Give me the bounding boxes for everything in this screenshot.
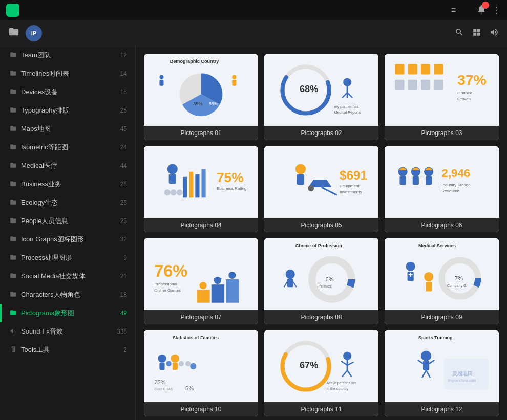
sidebar-item-isometric[interactable]: Isometric等距图 24	[0, 138, 135, 157]
sidebar-item-icongraphs[interactable]: Icon Graphs图标图形 32	[0, 230, 135, 249]
hamburger-icon[interactable]: ≡	[451, 6, 456, 15]
sidebar-item-label: Sound Fx音效	[21, 327, 111, 336]
card-preview-11: 67% Active persons are in the country	[264, 330, 378, 402]
svg-text:75%: 75%	[217, 170, 244, 185]
card-preview-6: 2,946 Industry Station Resource	[385, 146, 499, 218]
svg-point-39	[171, 189, 177, 195]
svg-point-93	[424, 272, 433, 281]
sidebar-item-label: Ecology生态	[21, 198, 111, 207]
folder-icon	[10, 162, 17, 170]
card-label-11: Pictographs 11	[264, 402, 378, 416]
sidebar-item-soundfx[interactable]: Sound Fx音效 338	[0, 322, 135, 341]
svg-text:Investments: Investments	[340, 190, 362, 194]
sidebar-item-maps[interactable]: Maps地图 45	[0, 120, 135, 138]
card-11[interactable]: 67% Active persons are in the country Pi…	[264, 330, 378, 416]
card-10[interactable]: Statistics of Families 25% Over CHAs 5% …	[144, 330, 258, 416]
svg-text:25%: 25%	[154, 379, 165, 385]
svg-rect-66	[226, 279, 239, 303]
card-preview-1: Demographic Country 35% 65%	[144, 54, 258, 126]
card-preview-10: Statistics of Families 25% Over CHAs 5%	[144, 330, 258, 402]
sidebar-item-count: 338	[115, 328, 127, 335]
svg-point-46	[308, 185, 314, 191]
card-label-7: Pictographs 07	[144, 310, 258, 324]
folder-icon	[10, 309, 17, 318]
folder-icon	[10, 70, 17, 78]
card-3[interactable]: 37% Finance Growth Pictographs 03	[385, 54, 499, 140]
card-preview-12: Sports Training 灵感电田 lingcanchina.com	[385, 330, 499, 402]
svg-rect-37	[202, 169, 206, 198]
app-logo	[6, 4, 19, 17]
svg-rect-25	[408, 80, 417, 90]
sidebar-item-count: 45	[115, 125, 127, 132]
card-9[interactable]: Medical Services 7% Company Gr Pictograp…	[385, 238, 499, 324]
sidebar-item-medical[interactable]: Medical医疗 44	[0, 157, 135, 175]
svg-point-13	[343, 78, 351, 86]
sidebar-item-label: Medical医疗	[21, 161, 111, 170]
card-5[interactable]: $691 Equipment Investments Pictographs 0…	[264, 146, 378, 232]
card-4[interactable]: 75% Business Rating Pictographs 04	[144, 146, 258, 232]
sidebar-item-tools[interactable]: Tools工具 2	[0, 341, 135, 359]
sound-button[interactable]	[490, 28, 499, 39]
card-2[interactable]: 68% my partner has Medical Reports Picto…	[264, 54, 378, 140]
svg-text:Active persons are: Active persons are	[327, 381, 357, 385]
folder-icon	[10, 143, 17, 152]
card-preview-3: 37% Finance Growth	[385, 54, 499, 126]
card-8[interactable]: Choice of Profession 6% Politics Pictogr…	[264, 238, 378, 324]
svg-point-72	[199, 282, 206, 289]
svg-rect-67	[197, 290, 209, 302]
card-6[interactable]: 2,946 Industry Station Resource Pictogra…	[385, 146, 499, 232]
svg-text:Sports Training: Sports Training	[418, 335, 453, 340]
sidebar-item-count: 32	[115, 236, 127, 243]
svg-text:76%: 76%	[154, 262, 187, 280]
sidebar-item-business[interactable]: Business业务 28	[0, 175, 135, 193]
sidebar-item-process[interactable]: Process处理图形 9	[0, 249, 135, 267]
card-1[interactable]: Demographic Country 35% 65% Pictographs …	[144, 54, 258, 140]
folder-icon	[10, 235, 17, 244]
sidebar-item-label: Icon Graphs图标图形	[21, 235, 111, 244]
svg-point-99	[171, 355, 179, 363]
sidebar-item-typography[interactable]: Typography排版 25	[0, 101, 135, 120]
svg-text:Demographic Country: Demographic Country	[170, 59, 220, 64]
sidebar-item-label: Business业务	[21, 180, 111, 189]
card-label-12: Pictographs 12	[385, 402, 499, 416]
svg-point-79	[286, 270, 295, 279]
sidebar-item-pictograms[interactable]: Pictograms象形图 49	[0, 304, 135, 322]
sidebar-item-label: Team团队	[21, 51, 111, 60]
svg-point-32	[167, 164, 178, 174]
svg-text:Finance: Finance	[457, 91, 472, 95]
card-preview-4: 75% Business Rating	[144, 146, 258, 218]
more-options-button[interactable]: ⋮	[492, 5, 501, 16]
sidebar-item-people[interactable]: People人员信息 25	[0, 212, 135, 230]
folder-icon	[10, 51, 17, 60]
notification-badge	[482, 2, 489, 9]
sidebar-item-count: 21	[115, 273, 127, 280]
card-label-10: Pictographs 10	[144, 402, 258, 416]
svg-text:lingcanchina.com: lingcanchina.com	[448, 379, 476, 383]
sidebar-item-label: Maps地图	[21, 124, 111, 134]
svg-text:Over CHAs: Over CHAs	[154, 387, 173, 391]
grid-view-button[interactable]	[472, 28, 481, 39]
svg-rect-80	[287, 279, 293, 287]
notification-button[interactable]	[476, 4, 487, 16]
sidebar-item-label: Typography排版	[21, 106, 111, 115]
sidebar-item-count: 2	[115, 346, 127, 353]
search-button[interactable]	[455, 28, 464, 39]
sidebar-item-socialmedia[interactable]: Social Media社交媒体 21	[0, 267, 135, 285]
sidebar-item-characters[interactable]: Characters人物角色 18	[0, 285, 135, 304]
sidebar-item-timelines[interactable]: Timelines时间表 14	[0, 64, 135, 83]
svg-text:35%: 35%	[193, 101, 202, 106]
sidebar-item-ecology[interactable]: Ecology生态 25	[0, 193, 135, 212]
sidebar-item-label: Pictograms象形图	[21, 308, 111, 318]
sidebar-item-team[interactable]: Team团队 12	[0, 46, 135, 64]
svg-point-101	[166, 361, 172, 366]
folder-icon	[10, 346, 17, 355]
card-7[interactable]: 76% Professional Online Games Pictograph…	[144, 238, 258, 324]
folder-icon	[10, 180, 17, 189]
card-label-5: Pictographs 05	[264, 218, 378, 232]
svg-rect-34	[183, 177, 187, 198]
svg-text:Professional: Professional	[154, 282, 177, 286]
pack-actions	[455, 28, 499, 39]
sidebar-item-devices[interactable]: Devices设备 15	[0, 83, 135, 101]
folder-icon	[10, 327, 17, 336]
card-12[interactable]: Sports Training 灵感电田 lingcanchina.com Pi…	[385, 330, 499, 416]
